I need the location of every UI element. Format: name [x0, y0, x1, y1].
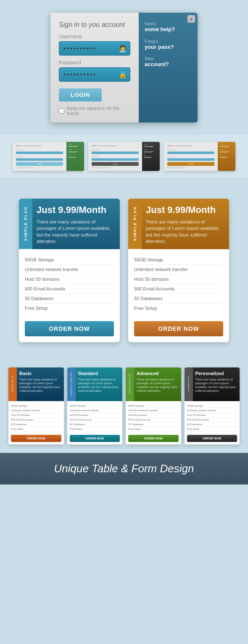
help-light-1: Need — [145, 21, 192, 26]
small-header-personalized: $5.99 MONTH Personalized There are many … — [185, 367, 240, 401]
login-button[interactable]: LOGIN — [59, 88, 102, 101]
pricing-header-blue: SIMPLE PLAN Just 9.99/Month There are ma… — [19, 199, 120, 249]
help-item-1[interactable]: Need some help? — [145, 21, 192, 33]
pricing-price-blue: Just 9.99/Month — [37, 205, 114, 216]
feature-item: Unlimited network transfer — [187, 408, 237, 413]
close-button[interactable]: x — [187, 15, 195, 23]
user-check-icon: 🧑‍💼 — [119, 45, 127, 53]
plan-desc-personalized: There are many variations of passages of… — [195, 378, 237, 393]
feature-item: 50GB Storage — [128, 404, 179, 408]
plan-name-advanced: Advanced — [137, 371, 179, 376]
mini-left-2: Sign in to you account Username Password… — [88, 142, 142, 171]
small-header-basic: $8.9/9 MONTH Basic There are many variat… — [8, 367, 64, 401]
small-features-basic: 50GB Storage Unlimited network transfer … — [8, 401, 64, 433]
feature-item: 500 Email Accounts — [134, 284, 223, 294]
plan-name-personalized: Personalized — [195, 371, 237, 376]
pricing-price-gold: Just 9.99/Month — [146, 205, 223, 216]
small-main-advanced: Advanced There are many variations of pa… — [134, 367, 181, 401]
plan-desc-standard: There are many variations of passages of… — [78, 378, 120, 393]
pricing-card-basic: $8.9/9 MONTH Basic There are many variat… — [8, 367, 64, 444]
mini-right-2: Need some help? Forgot your pass? New ac… — [142, 142, 160, 171]
mini-right-3: Need some help? Forgot your pass? New ac… — [218, 142, 235, 171]
mini-card-green: Sign in to you account Username Password… — [13, 142, 84, 171]
pricing-features-gold: 50GB Storage Unlimited network transfer … — [128, 249, 229, 317]
keep-signed-wrap: Keep me signed in for the future — [59, 106, 130, 116]
help-bold-1: some help? — [145, 26, 192, 33]
help-light-2: Forgot — [145, 39, 192, 44]
mini-login-btn-1[interactable]: LOGIN — [16, 162, 63, 166]
keep-signed-checkbox[interactable] — [59, 108, 64, 114]
feature-item: Unlimited network transfer — [70, 408, 120, 413]
feature-item: 50GB Storage — [187, 404, 237, 408]
pricing-card-personalized: $5.99 MONTH Personalized There are many … — [185, 367, 240, 444]
plan-name-standard: Standard — [78, 371, 120, 376]
mini-right-1: Need some help? Forgot your pass? New ac… — [66, 142, 84, 171]
order-button-standard[interactable]: ORDER NOW — [70, 435, 120, 442]
feature-item: Host 50 domains — [25, 274, 114, 284]
order-button-gold[interactable]: ORDER NOW — [134, 321, 223, 336]
pricing-ribbon-blue: SIMPLE PLAN — [19, 199, 32, 249]
password-field-wrap: 🔒 — [59, 67, 130, 82]
feature-item: Free Setup — [128, 427, 179, 431]
feature-item: 50GB Storage — [70, 404, 120, 408]
feature-item: Unlimited network transfer — [134, 265, 223, 274]
lock-icon: 🔒 — [119, 71, 127, 79]
feature-item: 500 Email Accounts — [25, 284, 114, 294]
order-button-personalized[interactable]: ORDER NOW — [187, 435, 237, 442]
mini-login-btn-2[interactable]: Login — [92, 162, 139, 166]
feature-item: 50GB Storage — [25, 255, 114, 265]
login-card: Sign in to you account Username 🧑‍💼 Pass… — [50, 13, 198, 122]
feature-item: Free Setup — [134, 303, 223, 313]
password-label: Password — [59, 60, 130, 66]
pricing-card-standard: $10.99/$19.9 MONTH Standard There are ma… — [67, 367, 123, 444]
feature-item: Unlimited network transfer — [11, 408, 61, 413]
small-features-standard: 50GB Storage Unlimited network transfer … — [67, 401, 123, 433]
pricing-small-section: $8.9/9 MONTH Basic There are many variat… — [0, 359, 248, 453]
feature-item: 500 Email Accounts — [11, 418, 61, 422]
small-header-standard: $10.99/$19.9 MONTH Standard There are ma… — [67, 367, 123, 401]
feature-item: Unlimited network transfer — [128, 408, 179, 413]
help-item-2[interactable]: Forgot your pass? — [145, 39, 192, 51]
feature-item: Unlimited network transfer — [25, 265, 114, 274]
pricing-features-blue: 50GB Storage Unlimited network transfer … — [19, 249, 120, 317]
mini-login-btn-3[interactable]: LOGIN — [167, 162, 214, 166]
feature-item: Free Setup — [25, 303, 114, 313]
mini-left-3: Sign in to you account Username Password… — [164, 142, 218, 171]
feature-item: 50 Databases — [25, 294, 114, 303]
feature-item: 50 Databases — [134, 294, 223, 303]
small-ribbon-personalized: $5.99 MONTH — [185, 367, 193, 401]
small-ribbon-basic: $8.9/9 MONTH — [8, 367, 17, 401]
pricing-card-gold: SIMPLE PLAN Just 9.99/Month There are ma… — [128, 199, 229, 342]
feature-item: 50 Databases — [70, 422, 120, 427]
feature-item: Host 50 domains — [128, 413, 179, 418]
feature-item: 50 Databases — [11, 422, 61, 427]
order-button-blue[interactable]: ORDER NOW — [25, 321, 114, 336]
plan-desc-advanced: There are many variations of passages of… — [137, 378, 179, 393]
mini-previews-section: Sign in to you account Username Password… — [0, 135, 248, 178]
feature-item: 500 Email Accounts — [128, 418, 179, 422]
small-main-personalized: Personalized There are many variations o… — [193, 367, 240, 401]
feature-item: Free Setup — [70, 427, 120, 431]
feature-item: 500 Email Accounts — [187, 418, 237, 422]
footer-title: Unique Table & Form Design — [13, 462, 235, 475]
username-label: Username — [59, 34, 130, 40]
pricing-large-section: SIMPLE PLAN Just 9.99/Month There are ma… — [0, 186, 248, 351]
plan-name-basic: Basic — [19, 371, 61, 376]
pricing-desc-gold: There are many variations of passages of… — [146, 219, 223, 245]
feature-item: 50 Databases — [128, 422, 179, 427]
small-features-personalized: 50GB Storage Unlimited network transfer … — [185, 401, 240, 433]
pricing-desc-blue: There are many variations of passages of… — [37, 219, 114, 245]
login-title: Sign in to you account — [59, 21, 130, 29]
pricing-ribbon-gold: SIMPLE PLAN — [128, 199, 142, 249]
login-form-right: x Need some help? Forgot your pass? New … — [139, 13, 198, 122]
pricing-card-advanced: $29.99/$5 MONTH Advanced There are many … — [126, 367, 181, 444]
feature-item: 50 Databases — [187, 422, 237, 427]
pricing-main-blue: Just 9.99/Month There are many variation… — [32, 199, 120, 249]
keep-signed-label: Keep me signed in for the future — [67, 106, 130, 116]
help-item-3[interactable]: New account? — [145, 56, 192, 68]
plan-desc-basic: There are many variations of passages of… — [19, 378, 61, 393]
order-button-advanced[interactable]: ORDER NOW — [128, 435, 179, 442]
mini-card-dark: Sign in to you account Username Password… — [88, 142, 160, 171]
order-button-basic[interactable]: ORDER NOW — [11, 435, 61, 442]
username-field-wrap: 🧑‍💼 — [59, 41, 130, 56]
